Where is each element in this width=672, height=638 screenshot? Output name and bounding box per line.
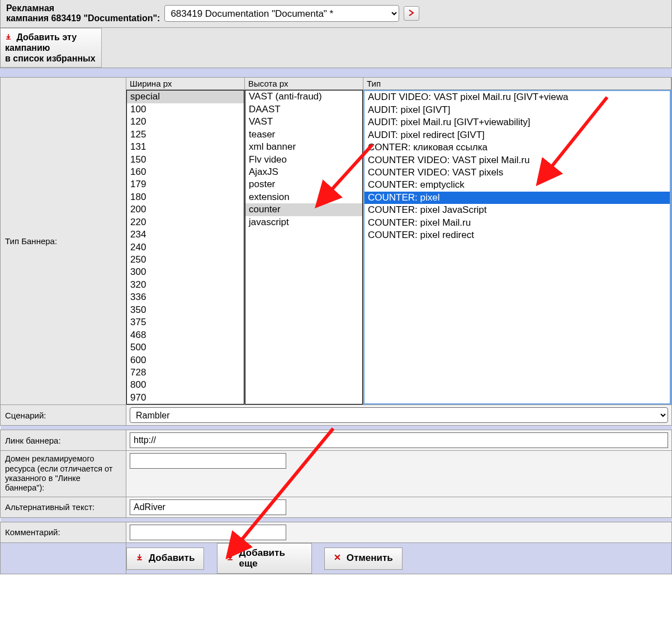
- add-label: Добавить: [149, 553, 195, 564]
- height-listbox[interactable]: VAST (anti-fraud)DAASTVASTteaserxml bann…: [245, 90, 363, 404]
- list-item[interactable]: 375: [127, 316, 244, 328]
- list-item[interactable]: 336: [127, 291, 244, 303]
- type-listbox[interactable]: AUDIT VIDEO: VAST pixel Mail.ru [GIVT+vi…: [363, 90, 671, 404]
- campaign-select[interactable]: 683419 Documentation "Documenta" *: [164, 5, 399, 22]
- download-icon: [226, 553, 234, 564]
- list-item[interactable]: 179: [127, 178, 244, 191]
- scenario-select[interactable]: Rambler: [130, 407, 668, 423]
- list-item[interactable]: COUNTER: pixel: [365, 192, 670, 204]
- close-icon: [334, 553, 341, 564]
- add-button[interactable]: Добавить: [126, 547, 204, 570]
- download-icon: [5, 32, 14, 42]
- list-item[interactable]: javascript: [245, 216, 362, 228]
- list-item[interactable]: 970: [127, 392, 244, 404]
- list-item[interactable]: 160: [127, 166, 244, 178]
- link-label: Линк баннера:: [1, 430, 126, 451]
- list-item[interactable]: 100: [127, 103, 244, 116]
- header-bar: Рекламная кампания 683419 "Documentation…: [0, 0, 672, 68]
- list-item[interactable]: 350: [127, 304, 244, 316]
- list-item[interactable]: 220: [127, 216, 244, 228]
- height-header: Высота px: [245, 78, 363, 90]
- comment-input[interactable]: [130, 525, 286, 540]
- banner-type-label: Тип Баннера:: [1, 78, 126, 405]
- button-row-spacer: [1, 542, 126, 574]
- scenario-label: Сценарий:: [1, 405, 126, 426]
- cancel-button[interactable]: Отменить: [324, 547, 403, 570]
- link-input[interactable]: [130, 432, 668, 448]
- list-item[interactable]: 240: [127, 241, 244, 254]
- list-item[interactable]: COUNTER: pixel JavaScript: [365, 204, 670, 216]
- campaign-label: Рекламная кампания 683419 "Documentation…: [4, 2, 162, 25]
- list-item[interactable]: 131: [127, 141, 244, 153]
- list-item[interactable]: poster: [245, 178, 362, 191]
- list-item[interactable]: 500: [127, 341, 244, 354]
- alt-input[interactable]: [130, 499, 286, 515]
- list-item[interactable]: 300: [127, 266, 244, 278]
- list-item[interactable]: 600: [127, 354, 244, 366]
- list-item[interactable]: AUDIT: pixel Mail.ru [GIVT+viewability]: [365, 116, 670, 128]
- width-header: Ширина px: [126, 78, 244, 90]
- cancel-label: Отменить: [347, 553, 393, 564]
- list-item[interactable]: COUNTER VIDEO: VAST pixels: [365, 166, 670, 179]
- list-item[interactable]: 728: [127, 366, 244, 379]
- list-item[interactable]: counter: [245, 203, 362, 216]
- list-item[interactable]: xml banner: [245, 141, 362, 153]
- add-to-favorites-button[interactable]: Добавить эту кампанию в список избранных: [1, 28, 102, 68]
- list-item[interactable]: special: [127, 91, 244, 103]
- list-item[interactable]: AUDIT: pixel redirect [GIVT]: [365, 129, 670, 141]
- type-header: Тип: [363, 78, 671, 90]
- add-more-button[interactable]: Добавить еще: [217, 543, 312, 574]
- list-item[interactable]: VAST: [245, 116, 362, 128]
- arrow-right-icon: [408, 9, 415, 18]
- download-icon: [136, 553, 143, 564]
- list-item[interactable]: 800: [127, 379, 244, 391]
- list-item[interactable]: AUDIT: pixel [GIVT]: [365, 104, 670, 116]
- list-item[interactable]: VAST (anti-fraud): [245, 91, 362, 103]
- list-item[interactable]: CONTER: кликовая ссылка: [365, 141, 670, 154]
- domain-input[interactable]: [130, 453, 286, 469]
- domain-label: Домен рекламируемого ресурса (если отлич…: [1, 451, 126, 497]
- list-item[interactable]: AjaxJS: [245, 166, 362, 178]
- add-to-favorites-label: Добавить эту кампанию в список избранных: [5, 32, 96, 63]
- list-item[interactable]: Flv video: [245, 154, 362, 166]
- list-item[interactable]: 120: [127, 116, 244, 128]
- alt-label: Альтернативный текст:: [1, 497, 126, 517]
- list-item[interactable]: 150: [127, 154, 244, 166]
- list-item[interactable]: 234: [127, 228, 244, 241]
- list-item[interactable]: teaser: [245, 128, 362, 141]
- list-item[interactable]: DAAST: [245, 103, 362, 116]
- add-more-label: Добавить еще: [239, 548, 302, 569]
- list-item[interactable]: AUDIT VIDEO: VAST pixel Mail.ru [GIVT+vi…: [365, 91, 670, 103]
- list-item[interactable]: 125: [127, 128, 244, 141]
- list-item[interactable]: COUNTER VIDEO: VAST pixel Mail.ru: [365, 154, 670, 166]
- list-item[interactable]: 200: [127, 203, 244, 216]
- list-item[interactable]: 250: [127, 254, 244, 266]
- go-button[interactable]: [404, 6, 419, 21]
- list-item[interactable]: 320: [127, 279, 244, 291]
- form-grid: Тип Баннера: Ширина px special1001201251…: [0, 77, 672, 574]
- list-item[interactable]: COUNTER: pixel Mail.ru: [365, 217, 670, 229]
- list-item[interactable]: 468: [127, 329, 244, 341]
- spacer: [0, 68, 672, 77]
- list-item[interactable]: extension: [245, 191, 362, 203]
- list-item[interactable]: COUNTER: emptyclick: [365, 179, 670, 191]
- banner-type-selectors: Ширина px special10012012513115016017918…: [126, 78, 671, 404]
- list-item[interactable]: COUNTER: pixel redirect: [365, 229, 670, 241]
- comment-label: Комментарий:: [1, 522, 126, 542]
- width-listbox[interactable]: special100120125131150160179180200220234…: [126, 90, 244, 404]
- list-item[interactable]: 180: [127, 191, 244, 203]
